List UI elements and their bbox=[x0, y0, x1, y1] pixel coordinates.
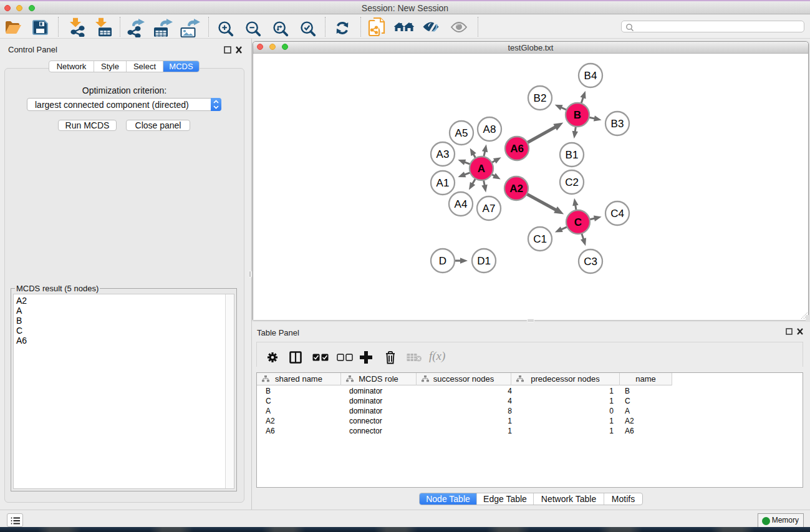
svg-text:A1: A1 bbox=[436, 177, 450, 189]
svg-text:A5: A5 bbox=[455, 127, 468, 139]
svg-text:B2: B2 bbox=[534, 92, 547, 104]
svg-text:A7: A7 bbox=[483, 203, 496, 215]
svg-text:A8: A8 bbox=[483, 123, 496, 135]
svg-text:A3: A3 bbox=[436, 148, 450, 160]
svg-text:B4: B4 bbox=[584, 70, 597, 82]
svg-text:D1: D1 bbox=[477, 255, 491, 267]
svg-text:A6: A6 bbox=[510, 143, 524, 155]
svg-text:C1: C1 bbox=[533, 233, 547, 245]
svg-text:B: B bbox=[574, 109, 581, 121]
svg-text:A2: A2 bbox=[509, 183, 523, 195]
svg-text:C3: C3 bbox=[584, 256, 597, 268]
svg-text:C4: C4 bbox=[610, 208, 624, 220]
svg-text:C2: C2 bbox=[565, 177, 579, 188]
svg-text:B3: B3 bbox=[611, 118, 624, 130]
svg-text:C: C bbox=[574, 216, 582, 228]
svg-text:B1: B1 bbox=[566, 149, 579, 161]
svg-text:A4: A4 bbox=[455, 198, 468, 210]
svg-text:A: A bbox=[478, 163, 485, 175]
svg-text:D: D bbox=[439, 255, 446, 267]
